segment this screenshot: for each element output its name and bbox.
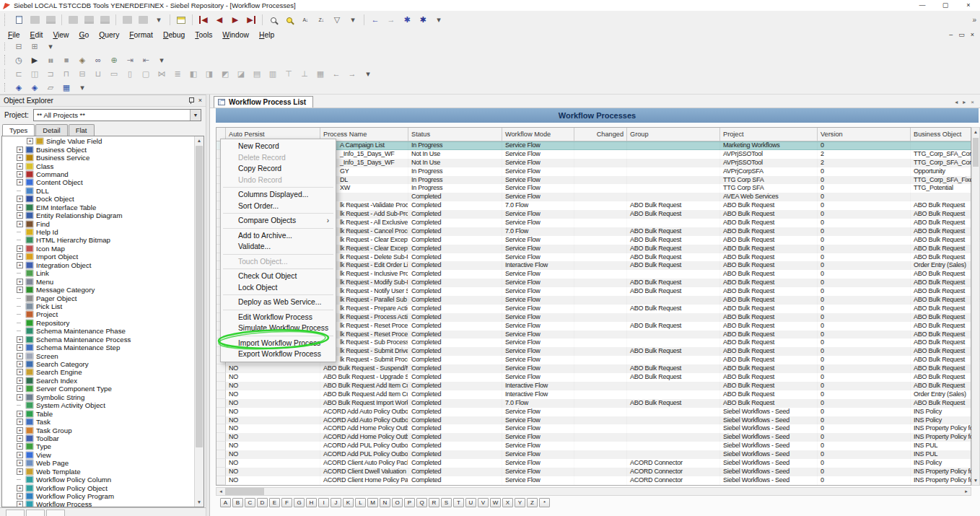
alpha-tab-G[interactable]: G	[294, 498, 305, 507]
tab-scroll-left-icon[interactable]: ◂	[955, 99, 958, 105]
tree-item-screen[interactable]: +Screen	[2, 351, 194, 359]
expand-icon[interactable]: +	[17, 245, 23, 252]
search-icon[interactable]	[266, 14, 281, 27]
alpha-tab-F[interactable]: F	[281, 498, 292, 507]
detail-view-icon[interactable]: ⊞	[27, 40, 42, 53]
alpha-tab-S[interactable]: S	[441, 498, 452, 507]
alpha-tab-J[interactable]: J	[331, 498, 341, 507]
new-window-icon[interactable]: ▱	[43, 81, 58, 94]
sort-ascending-icon[interactable]: A↓	[298, 14, 312, 27]
tree-item-pager-object[interactable]: Pager Object	[2, 294, 194, 302]
table-row[interactable]: NOABO Bulk Request - Suspend/ResumeCompl…	[216, 364, 971, 373]
tree-item-schema-maintenance-step[interactable]: +Schema Maintenance Step	[2, 344, 194, 351]
menu-go[interactable]: Go	[74, 30, 95, 40]
compile-dropdown-caret-icon[interactable]: ▾	[432, 14, 446, 27]
scroll-left-icon[interactable]: ◂	[216, 489, 225, 494]
alpha-tab-W[interactable]: W	[490, 498, 501, 507]
panel-close-icon[interactable]: ×	[198, 97, 202, 104]
tree-item-workflow-policy-object[interactable]: +Workflow Policy Object	[2, 484, 194, 491]
context-menu-item-compare-objects[interactable]: Compare Objects›	[221, 215, 336, 227]
expand-icon[interactable]: +	[17, 419, 23, 425]
tree-item-html-hierarchy-bitmap[interactable]: HTML Hierarchy Bitmap	[2, 236, 194, 244]
expand-icon[interactable]: +	[17, 485, 23, 491]
bottom-tab-stub[interactable]	[26, 510, 45, 516]
pan-icon[interactable]: ◈	[75, 53, 89, 66]
row-selector[interactable]	[216, 382, 226, 390]
tree-item-toolbar[interactable]: +Toolbar	[2, 434, 194, 442]
toolbar-overflow-chevron-icon[interactable]: »	[972, 16, 976, 24]
row-selector[interactable]	[216, 399, 226, 408]
tree-item-web-page[interactable]: +Web Page	[2, 459, 194, 467]
context-menu-item-new-record[interactable]: New Record	[221, 141, 336, 152]
row-selector[interactable]	[216, 433, 226, 442]
alpha-tab-E[interactable]: E	[269, 498, 280, 507]
alpha-tab-U[interactable]: U	[465, 498, 476, 507]
expand-icon[interactable]: +	[17, 279, 23, 285]
compile-selected-icon[interactable]: ✱	[416, 14, 430, 27]
column-header-status[interactable]: Status	[408, 128, 502, 141]
forward-icon[interactable]: →	[384, 14, 398, 27]
tree-item-menu[interactable]: +Menu	[2, 277, 194, 285]
expand-icon[interactable]: +	[17, 452, 23, 458]
next-record-icon[interactable]: ▶	[228, 14, 242, 27]
new-record-icon[interactable]	[12, 14, 26, 27]
tree-item-web-template[interactable]: +Web Template	[2, 468, 194, 476]
expand-icon[interactable]: +	[17, 427, 23, 434]
tree-item-repository[interactable]: Repository	[2, 319, 194, 327]
expand-icon[interactable]: +	[27, 138, 33, 144]
tree-item-pick-list[interactable]: Pick List	[2, 302, 194, 310]
tree-item-import-object[interactable]: +Import Object	[2, 253, 194, 261]
help-index-icon[interactable]: ◈	[27, 81, 42, 94]
tree-item-dock-object[interactable]: +Dock Object	[2, 195, 194, 203]
expand-icon[interactable]: +	[17, 344, 23, 351]
horizontal-scrollbar-thumb[interactable]	[225, 488, 264, 495]
expand-icon[interactable]: +	[17, 204, 23, 211]
table-row[interactable]: NOACORD Add PUL Policy Outbound WComplet…	[216, 442, 971, 450]
tree-item-task-group[interactable]: +Task Group	[2, 426, 194, 434]
expand-icon[interactable]: +	[17, 221, 23, 227]
last-record-icon[interactable]: ▶	[244, 14, 258, 27]
table-row[interactable]: NOACORD Client Home Policy Package VComp…	[216, 476, 971, 485]
row-selector[interactable]	[216, 476, 226, 485]
expand-icon[interactable]: +	[17, 336, 23, 343]
alpha-tab-I[interactable]: I	[318, 498, 329, 507]
next-applet-icon[interactable]: →	[345, 68, 359, 81]
alpha-tab-N[interactable]: N	[380, 498, 390, 507]
tree-item-command[interactable]: +Command	[2, 170, 194, 178]
expand-icon[interactable]: +	[17, 287, 23, 293]
tab-scroll-right-icon[interactable]: ▸	[963, 99, 966, 105]
tree-item-server-component-type[interactable]: +Server Component Type	[2, 385, 194, 393]
mdi-restore-icon[interactable]: ▭	[958, 31, 965, 38]
column-header-workflow-mode[interactable]: Workflow Mode	[502, 128, 574, 141]
search-highlight-icon[interactable]	[282, 14, 297, 27]
menu-window[interactable]: Window	[217, 30, 254, 40]
alpha-tab-Y[interactable]: Y	[515, 498, 525, 507]
tab-workflow-process-list[interactable]: Workflow Process List	[214, 96, 313, 108]
row-selector[interactable]	[216, 373, 226, 382]
step-into-icon[interactable]: ⇤	[139, 53, 153, 66]
tree-item-schema-maintenance-process[interactable]: +Schema Maintenance Process	[2, 336, 194, 344]
tree-item-entity-relationship-diagram[interactable]: +Entity Relationship Diagram	[2, 211, 194, 219]
alpha-tab-B[interactable]: B	[232, 498, 243, 507]
watch-window-icon[interactable]: ∞	[91, 53, 105, 66]
tree-item-business-object[interactable]: +Business Object	[2, 145, 194, 153]
edit-dropdown-caret-icon[interactable]: ▾	[152, 14, 166, 27]
alpha-tab-Q[interactable]: Q	[416, 498, 427, 507]
tree-item-search-index[interactable]: +Search Index	[2, 377, 194, 385]
menu-view[interactable]: View	[48, 30, 74, 40]
tree-item-link[interactable]: Link	[2, 269, 194, 277]
row-selector[interactable]	[216, 442, 226, 450]
expand-icon[interactable]: +	[17, 262, 23, 268]
tree-item-workflow-policy-program[interactable]: +Workflow Policy Program	[2, 492, 194, 500]
column-header-business-object[interactable]: Business Object	[911, 128, 972, 141]
column-header-changed[interactable]: Changed	[574, 128, 627, 141]
tree-scrollbar[interactable]: ▲ ▼	[194, 136, 204, 507]
table-row[interactable]: NOABO Bulk Request Add Item CustomizComp…	[216, 382, 971, 390]
row-selector[interactable]	[216, 364, 226, 373]
expand-icon[interactable]: +	[17, 171, 23, 178]
tree-item-search-engine[interactable]: +Search Engine	[2, 368, 194, 376]
menu-tools[interactable]: Tools	[190, 30, 217, 40]
compile-icon[interactable]: ✱	[400, 14, 414, 27]
expand-icon[interactable]: +	[17, 501, 23, 507]
context-menu-item-export-workflow-process[interactable]: Export Workflow Process	[221, 349, 336, 360]
